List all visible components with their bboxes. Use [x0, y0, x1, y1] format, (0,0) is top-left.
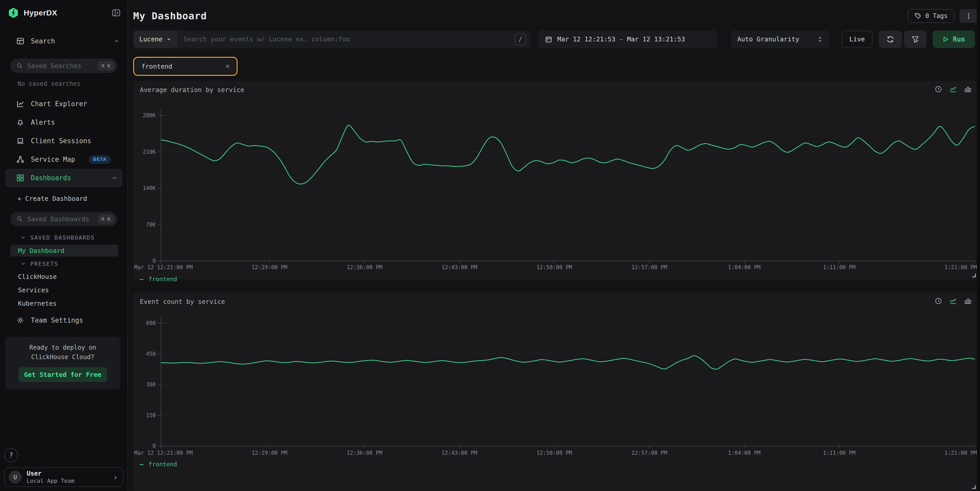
slash-shortcut-badge: /	[515, 33, 526, 46]
time-range-icon[interactable]	[935, 86, 942, 93]
svg-text:1:04:00 PM: 1:04:00 PM	[728, 450, 760, 456]
panel-resize-handle[interactable]	[972, 274, 976, 277]
legend-swatch: —	[140, 461, 143, 467]
query-language-dropdown[interactable]: Lucene	[133, 30, 177, 48]
refresh-button[interactable]	[879, 30, 902, 48]
saved-searches-input[interactable]	[27, 62, 94, 70]
saved-dashboards-search[interactable]: ⌘ K	[10, 212, 117, 226]
search-icon	[16, 62, 23, 69]
sidebar-item-label: Team Settings	[31, 316, 83, 324]
saved-dashboards-input[interactable]	[27, 215, 94, 223]
time-range-icon[interactable]	[935, 297, 942, 305]
panel-resize-handle[interactable]	[972, 485, 976, 489]
filter-chip-frontend[interactable]: frontend	[135, 59, 235, 74]
svg-text:1:11:00 PM: 1:11:00 PM	[823, 264, 855, 270]
table-icon	[16, 37, 24, 45]
sidebar-item-team-settings[interactable]: Team Settings	[0, 311, 127, 330]
sidebar-item-dashboards[interactable]: Dashboards	[5, 168, 123, 187]
sidebar-item-chart-explorer[interactable]: Chart Explorer	[0, 95, 127, 113]
get-started-button[interactable]: Get Started for Free	[19, 367, 107, 382]
sidebar-item-kubernetes[interactable]: Kubernetes	[0, 297, 127, 310]
svg-text:450: 450	[146, 351, 156, 357]
sidebar-item-label: Dashboards	[31, 174, 71, 182]
line-chart-toggle-icon[interactable]	[949, 297, 957, 305]
scrollbar-track[interactable]	[977, 0, 980, 491]
sidebar: HyperDX Search ⌘ K No saved searches	[0, 0, 128, 491]
shortcut-badge: ⌘ K	[98, 61, 114, 70]
sidebar-collapse-icon[interactable]	[112, 9, 120, 17]
saved-searches-search[interactable]: ⌘ K	[10, 59, 117, 73]
sidebar-item-my-dashboard[interactable]: My Dashboard	[10, 245, 118, 257]
sidebar-item-client-sessions[interactable]: Client Sessions	[0, 132, 127, 150]
bar-chart-toggle-icon[interactable]	[964, 86, 972, 93]
dashboard-header: My Dashboard 0 Tags	[133, 7, 978, 25]
sidebar-header: HyperDX	[0, 0, 127, 19]
svg-text:1:04:00 PM: 1:04:00 PM	[728, 264, 760, 270]
sidebar-item-search[interactable]: Search	[0, 32, 127, 50]
chevron-up-icon	[111, 175, 117, 181]
tags-button[interactable]: 0 Tags	[908, 9, 954, 23]
page-title: My Dashboard	[133, 10, 207, 22]
svg-text:12:57:00 PM: 12:57:00 PM	[632, 264, 667, 270]
create-dashboard-button[interactable]: + Create Dashboard	[0, 189, 127, 208]
legend-label: frontend	[149, 461, 177, 467]
select-chevrons-icon	[816, 36, 823, 43]
tag-icon	[915, 13, 921, 19]
svg-text:0: 0	[153, 258, 156, 264]
shortcut-badge: ⌘ K	[98, 215, 114, 224]
sidebar-nav: Chart Explorer Alerts Client Sessions Se…	[0, 95, 127, 187]
user-menu[interactable]: U User Local App Team ›	[4, 467, 123, 487]
event-search-input[interactable]	[177, 35, 515, 43]
svg-text:12:36:00 PM: 12:36:00 PM	[347, 450, 382, 456]
play-icon	[943, 36, 949, 43]
chevron-down-icon	[167, 37, 171, 41]
presets-section[interactable]: PRESETS	[0, 257, 127, 270]
no-saved-searches-text: No saved searches	[18, 80, 127, 89]
live-button[interactable]: Live	[842, 30, 873, 48]
gear-icon	[16, 316, 24, 324]
line-chart-toggle-icon[interactable]	[949, 86, 957, 93]
dashboards-grid-icon	[16, 174, 24, 182]
svg-text:210K: 210K	[143, 149, 156, 155]
sidebar-item-clickhouse[interactable]: ClickHouse	[0, 270, 127, 283]
sidebar-item-alerts[interactable]: Alerts	[0, 113, 127, 132]
chart-explorer-icon	[16, 100, 24, 108]
sidebar-item-service-map[interactable]: Service Map BETA	[0, 150, 127, 168]
chart-panel-average-duration: Average duration by service 070K140K210K…	[133, 81, 978, 279]
date-range-picker[interactable]: Mar 12 12:21:53 - Mar 12 13:21:53	[538, 30, 717, 48]
app-title: HyperDX	[24, 8, 57, 17]
svg-text:12:43:00 PM: 12:43:00 PM	[441, 450, 477, 456]
legend-label: frontend	[149, 276, 177, 283]
granularity-select[interactable]: Auto Granularity	[731, 30, 829, 48]
svg-text:12:29:00 PM: 12:29:00 PM	[252, 450, 288, 456]
main-content: My Dashboard 0 Tags Lucene	[128, 0, 980, 491]
svg-text:12:57:00 PM: 12:57:00 PM	[632, 450, 667, 456]
refresh-icon	[886, 35, 894, 43]
svg-text:12:50:00 PM: 12:50:00 PM	[536, 450, 572, 456]
service-map-icon	[16, 156, 24, 163]
filter-button[interactable]	[904, 30, 926, 48]
bell-icon	[16, 119, 24, 126]
chevron-up-icon	[114, 38, 119, 44]
bar-chart-toggle-icon[interactable]	[964, 297, 972, 305]
chevron-down-icon	[21, 261, 26, 266]
chart-legend: — frontend	[140, 461, 177, 467]
svg-text:Mar 12 12:21:00 PM: Mar 12 12:21:00 PM	[134, 264, 193, 270]
search-icon	[16, 216, 23, 222]
hyperdx-logo-icon	[8, 8, 19, 18]
svg-text:300: 300	[146, 381, 156, 388]
event-count-line-chart[interactable]: 0150300450600Mar 12 12:21:00 PM12:29:00 …	[133, 293, 978, 491]
sidebar-item-services[interactable]: Services	[0, 283, 127, 297]
svg-text:12:50:00 PM: 12:50:00 PM	[536, 264, 572, 270]
kebab-icon	[965, 12, 972, 19]
dashboard-menu-button[interactable]	[959, 9, 978, 23]
average-duration-line-chart[interactable]: 070K140K210K280KMar 12 12:21:00 PM12:29:…	[133, 81, 978, 289]
highlight-box: frontend	[133, 57, 237, 76]
user-name: User	[27, 470, 74, 478]
sidebar-item-label: Client Sessions	[31, 137, 91, 145]
close-icon[interactable]	[225, 64, 230, 69]
run-button[interactable]: Run	[933, 30, 975, 48]
saved-dashboards-section[interactable]: SAVED DASHBOARDS	[0, 231, 127, 244]
svg-text:280K: 280K	[143, 112, 156, 119]
help-button[interactable]: ?	[4, 448, 18, 462]
